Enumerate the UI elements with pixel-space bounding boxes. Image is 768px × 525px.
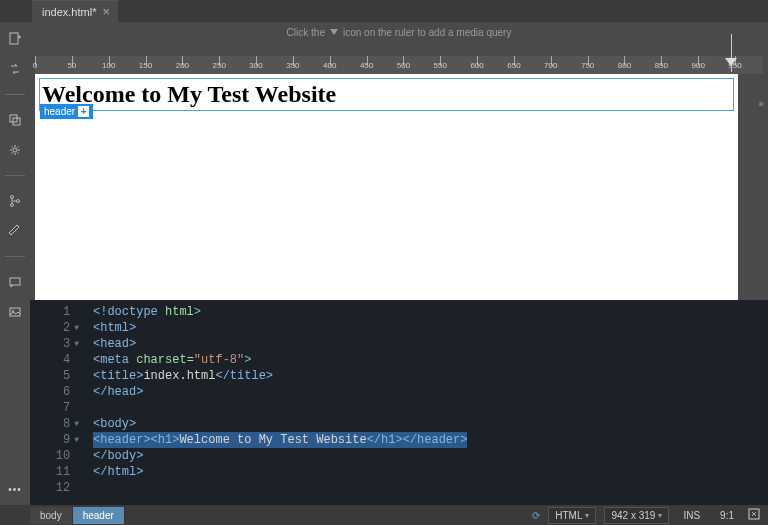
image-icon[interactable] xyxy=(6,303,24,321)
gutter-line: 2▼ xyxy=(30,320,79,336)
ruler-label: 600 xyxy=(470,61,483,70)
expand-icon[interactable] xyxy=(748,508,760,522)
close-icon[interactable]: × xyxy=(102,4,110,19)
svg-point-5 xyxy=(11,204,14,207)
gutter-line: 7 xyxy=(30,400,79,416)
code-line[interactable] xyxy=(93,480,768,496)
svg-rect-0 xyxy=(10,33,18,44)
insert-mode[interactable]: INS xyxy=(677,508,706,523)
comment-icon[interactable] xyxy=(6,273,24,291)
code-line[interactable]: <header><h1>Welcome to My Test Website</… xyxy=(93,432,768,448)
branch-icon[interactable] xyxy=(6,192,24,210)
swap-icon[interactable] xyxy=(6,60,24,78)
viewport-size[interactable]: 942 x 319 ▾ xyxy=(604,507,669,524)
chevrons-icon: ››› xyxy=(758,98,762,109)
file-new-icon[interactable] xyxy=(6,30,24,48)
code-body[interactable]: <!doctype html><html><head><meta charset… xyxy=(85,300,768,505)
code-line[interactable]: <!doctype html> xyxy=(93,304,768,320)
brush-icon[interactable] xyxy=(6,222,24,240)
code-editor[interactable]: 1 2▼3▼4 5 6 7 8▼9▼10 11 12 <!doctype htm… xyxy=(30,300,768,505)
ruler-label: 0 xyxy=(33,61,37,70)
ruler-label: 350 xyxy=(286,61,299,70)
viewport-size-label: 942 x 319 xyxy=(611,510,655,521)
code-line[interactable]: </html> xyxy=(93,464,768,480)
heading-selection[interactable]: Welcome to My Test Website xyxy=(39,78,734,111)
tag-badge-label: header xyxy=(44,106,75,117)
code-line[interactable]: </body> xyxy=(93,448,768,464)
ruler-label: 700 xyxy=(544,61,557,70)
language-selector[interactable]: HTML ▾ xyxy=(548,507,596,524)
ruler-label: 300 xyxy=(249,61,262,70)
ruler[interactable]: 0501001502002503003504004505005506006507… xyxy=(35,56,763,74)
ruler-label: 150 xyxy=(139,61,152,70)
sync-icon[interactable]: ⟳ xyxy=(532,510,540,521)
more-icon[interactable]: ••• xyxy=(8,484,22,495)
code-line[interactable]: <head> xyxy=(93,336,768,352)
ruler-label: 200 xyxy=(176,61,189,70)
gutter-line: 11 xyxy=(30,464,79,480)
ruler-label: 100 xyxy=(102,61,115,70)
ruler-label: 500 xyxy=(397,61,410,70)
plus-icon[interactable]: + xyxy=(78,106,89,117)
svg-point-3 xyxy=(13,148,17,152)
gutter-line: 8▼ xyxy=(30,416,79,432)
breadcrumb-item-header[interactable]: header xyxy=(73,507,125,524)
separator xyxy=(5,256,25,257)
ruler-zone: 0501001502002503003504004505005506006507… xyxy=(30,42,768,74)
ruler-label: 250 xyxy=(213,61,226,70)
gutter-line: 3▼ xyxy=(30,336,79,352)
chevron-down-icon: ▾ xyxy=(585,511,589,520)
gutter-line: 6 xyxy=(30,384,79,400)
code-line[interactable]: <body> xyxy=(93,416,768,432)
gutter-line: 5 xyxy=(30,368,79,384)
line-gutter: 1 2▼3▼4 5 6 7 8▼9▼10 11 12 xyxy=(30,300,85,505)
media-query-hint: Click the icon on the ruler to add a med… xyxy=(30,22,768,42)
ruler-marker[interactable] xyxy=(731,34,732,72)
hint-suffix: icon on the ruler to add a media query xyxy=(343,27,511,38)
svg-point-4 xyxy=(11,196,14,199)
tab-label: index.html* xyxy=(42,6,96,18)
breadcrumb-item-body[interactable]: body xyxy=(30,507,73,524)
ruler-label: 750 xyxy=(581,61,594,70)
cursor-position: 9:1 xyxy=(714,508,740,523)
page-heading: Welcome to My Test Website xyxy=(42,81,731,108)
ruler-label: 800 xyxy=(618,61,631,70)
code-line[interactable] xyxy=(93,400,768,416)
preview-canvas[interactable]: Welcome to My Test Website header + xyxy=(35,74,738,300)
tab-bar: index.html* × xyxy=(0,0,768,22)
gutter-line: 1 xyxy=(30,304,79,320)
gutter-line: 12 xyxy=(30,480,79,496)
hint-prefix: Click the xyxy=(287,27,325,38)
dom-breadcrumb: bodyheader xyxy=(30,505,125,525)
chevron-down-icon: ▾ xyxy=(658,511,662,520)
gutter-line: 9▼ xyxy=(30,432,79,448)
code-line[interactable]: <meta charset="utf-8"> xyxy=(93,352,768,368)
separator xyxy=(5,94,25,95)
ruler-label: 400 xyxy=(323,61,336,70)
ruler-marker-head-icon[interactable] xyxy=(725,58,737,66)
ruler-label: 850 xyxy=(655,61,668,70)
triangle-down-icon xyxy=(329,27,339,37)
language-label: HTML xyxy=(555,510,582,521)
left-toolbar: ••• xyxy=(0,22,30,505)
ruler-label: 50 xyxy=(67,61,76,70)
ruler-label: 450 xyxy=(360,61,373,70)
ruler-label: 650 xyxy=(507,61,520,70)
gear-icon[interactable] xyxy=(6,141,24,159)
file-tab[interactable]: index.html* × xyxy=(32,0,118,22)
separator xyxy=(5,175,25,176)
code-line[interactable]: <html> xyxy=(93,320,768,336)
element-tag-badge[interactable]: header + xyxy=(40,104,93,119)
ruler-label: 900 xyxy=(691,61,704,70)
svg-rect-7 xyxy=(10,278,20,285)
code-line[interactable]: <title>index.html</title> xyxy=(93,368,768,384)
gutter-line: 10 xyxy=(30,448,79,464)
gutter-line: 4 xyxy=(30,352,79,368)
main-area: Click the icon on the ruler to add a med… xyxy=(30,22,768,505)
code-line[interactable]: </head> xyxy=(93,384,768,400)
ruler-label: 550 xyxy=(434,61,447,70)
layers-icon[interactable] xyxy=(6,111,24,129)
